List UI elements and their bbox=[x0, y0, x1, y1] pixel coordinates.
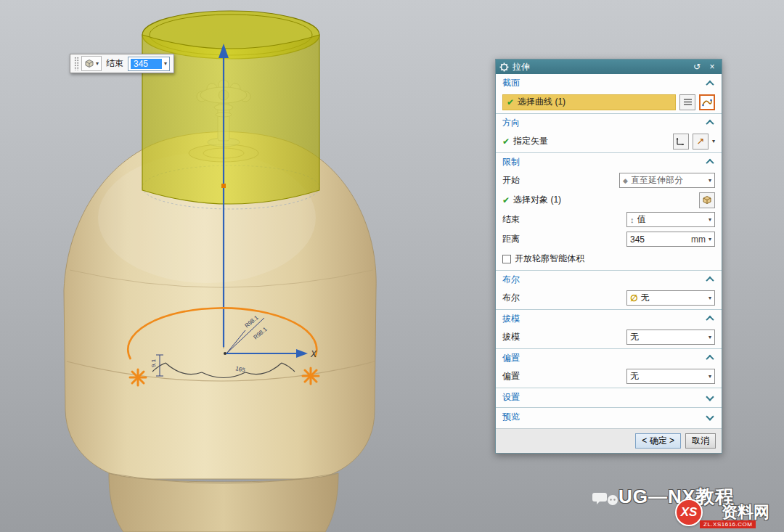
vector-dialog-button[interactable] bbox=[673, 134, 689, 150]
sketch-section-button[interactable] bbox=[699, 94, 715, 110]
section-title: 设置 bbox=[502, 391, 707, 404]
section-title: 预览 bbox=[502, 411, 707, 423]
section-header-limits[interactable]: 限制 bbox=[496, 152, 722, 171]
curve-endpoint-star-right[interactable] bbox=[303, 368, 319, 384]
tank-foot-ring[interactable] bbox=[109, 473, 338, 532]
chevron-down-icon[interactable] bbox=[706, 412, 714, 420]
extrude-cube-icon bbox=[84, 59, 94, 68]
end-distance-value[interactable]: 345 bbox=[131, 59, 162, 69]
draft-label: 拔模 bbox=[502, 331, 549, 343]
chevron-down-icon: ▾ bbox=[96, 61, 99, 67]
axes-icon bbox=[676, 136, 685, 146]
start-label: 开始 bbox=[502, 174, 549, 187]
dialog-titlebar[interactable]: 拉伸 ↺ × bbox=[496, 60, 722, 74]
chevron-down-icon[interactable]: ▾ bbox=[164, 61, 167, 67]
distance-value[interactable]: 345 bbox=[630, 234, 688, 245]
x-axis-label: X bbox=[310, 349, 317, 359]
end-limit-dropdown[interactable]: ↕ 值 ▾ bbox=[626, 212, 715, 227]
check-icon: ✔ bbox=[502, 136, 510, 147]
list-icon bbox=[683, 98, 693, 106]
draft-value: 无 bbox=[630, 331, 706, 343]
curve-rule-button[interactable] bbox=[679, 94, 695, 110]
select-curve-label: 选择曲线 (1) bbox=[518, 96, 565, 108]
open-profile-checkbox[interactable] bbox=[502, 255, 511, 263]
toolbar-drag-handle[interactable] bbox=[74, 57, 79, 70]
chevron-up-icon[interactable] bbox=[706, 355, 714, 363]
offset-dropdown[interactable]: 无 ▾ bbox=[626, 369, 715, 384]
specify-vector-label: 指定矢量 bbox=[513, 135, 548, 147]
chevron-down-icon: ▾ bbox=[709, 178, 711, 184]
limit-type-icon: ◆ bbox=[623, 177, 628, 184]
offset-label: 偏置 bbox=[502, 370, 549, 382]
section-title: 方向 bbox=[502, 117, 707, 129]
start-limit-value: 直至延伸部分 bbox=[631, 174, 706, 187]
check-icon: ✔ bbox=[507, 97, 514, 107]
boolean-value: 无 bbox=[640, 292, 706, 304]
section-title: 限制 bbox=[502, 156, 707, 168]
dialog-footer: < 确定 > 取消 bbox=[496, 428, 722, 453]
chevron-down-icon[interactable]: ▾ bbox=[709, 237, 711, 242]
open-profile-label: 开放轮廓智能体积 bbox=[515, 253, 584, 265]
ok-button[interactable]: < 确定 > bbox=[635, 433, 681, 449]
section-title: 布尔 bbox=[502, 274, 707, 286]
dim-height: 9.1 bbox=[150, 359, 157, 367]
gear-icon bbox=[499, 62, 509, 72]
sketch-curve-icon bbox=[702, 98, 712, 107]
chevron-down-icon[interactable]: ▾ bbox=[712, 139, 715, 144]
curve-endpoint-star-left[interactable] bbox=[130, 369, 146, 385]
end-label: 结束 bbox=[502, 213, 549, 226]
end-limit-mini-toolbar: ▾ 结束 345 ▾ bbox=[70, 54, 174, 73]
chat-bubbles-icon bbox=[592, 490, 618, 509]
chevron-down-icon: ▾ bbox=[709, 335, 711, 340]
dialog-title: 拉伸 bbox=[513, 61, 687, 73]
distance-input[interactable]: 345 mm ▾ bbox=[626, 232, 715, 247]
section-header-boolean[interactable]: 布尔 bbox=[496, 270, 722, 288]
section-header-offset[interactable]: 偏置 bbox=[496, 348, 722, 367]
select-curve-field[interactable]: ✔ 选择曲线 (1) bbox=[502, 94, 676, 110]
section-header-settings[interactable]: 设置 bbox=[496, 388, 722, 406]
chevron-up-icon[interactable] bbox=[706, 316, 714, 324]
chevron-up-icon[interactable] bbox=[706, 277, 714, 285]
distance-unit: mm bbox=[691, 234, 706, 245]
end-limit-value: 值 bbox=[637, 213, 706, 226]
watermark: UG—NX教程 资料网 XS ZL.XS1616.COM bbox=[592, 484, 774, 532]
sketch-origin-point bbox=[224, 352, 226, 355]
boolean-none-icon: ∅ bbox=[630, 293, 637, 303]
mini-toolbar-label: 结束 bbox=[106, 57, 123, 70]
boolean-label: 布尔 bbox=[502, 292, 549, 304]
chevron-up-icon[interactable] bbox=[706, 80, 714, 88]
boolean-dropdown[interactable]: ∅ 无 ▾ bbox=[626, 290, 715, 306]
select-object-label: 选择对象 (1) bbox=[513, 194, 561, 206]
value-limit-icon: ↕ bbox=[630, 216, 634, 224]
extend-target-point bbox=[221, 184, 226, 188]
section-title: 偏置 bbox=[502, 352, 707, 364]
close-button[interactable]: × bbox=[706, 62, 718, 72]
section-title: 拔模 bbox=[502, 313, 707, 325]
chevron-up-icon[interactable] bbox=[706, 159, 714, 167]
select-body-button[interactable] bbox=[699, 192, 715, 208]
watermark-url: ZL.XS1616.COM bbox=[700, 520, 756, 528]
start-limit-dropdown[interactable]: ◆ 直至延伸部分 ▾ bbox=[619, 173, 715, 188]
section-header-direction[interactable]: 方向 bbox=[496, 113, 722, 131]
chevron-up-icon[interactable] bbox=[706, 120, 714, 128]
draft-dropdown[interactable]: 无 ▾ bbox=[626, 330, 715, 345]
xs-logo: XS bbox=[675, 499, 703, 526]
limit-option-button[interactable]: ▾ bbox=[81, 56, 102, 71]
section-header-preview[interactable]: 预览 bbox=[496, 407, 722, 425]
section-header-section[interactable]: 截面 bbox=[496, 74, 722, 92]
check-icon: ✔ bbox=[502, 195, 510, 205]
chevron-down-icon: ▾ bbox=[709, 295, 711, 301]
cancel-button[interactable]: 取消 bbox=[685, 433, 716, 449]
reset-button[interactable]: ↺ bbox=[691, 62, 703, 72]
chevron-down-icon: ▾ bbox=[709, 217, 711, 223]
offset-value: 无 bbox=[630, 370, 706, 382]
chevron-down-icon: ▾ bbox=[709, 374, 711, 380]
end-distance-input[interactable]: 345 ▾ bbox=[128, 57, 170, 71]
chevron-down-icon[interactable] bbox=[706, 393, 714, 401]
vector-icon: ↗ bbox=[697, 136, 705, 147]
inferred-vector-button[interactable]: ↗ bbox=[693, 134, 709, 150]
solid-body-icon bbox=[702, 195, 712, 205]
section-header-draft[interactable]: 拔模 bbox=[496, 309, 722, 327]
section-title: 截面 bbox=[502, 77, 707, 89]
extrude-dialog: 拉伸 ↺ × 截面 ✔ 选择曲线 (1) 方向 ✔ 指定 bbox=[495, 59, 722, 454]
